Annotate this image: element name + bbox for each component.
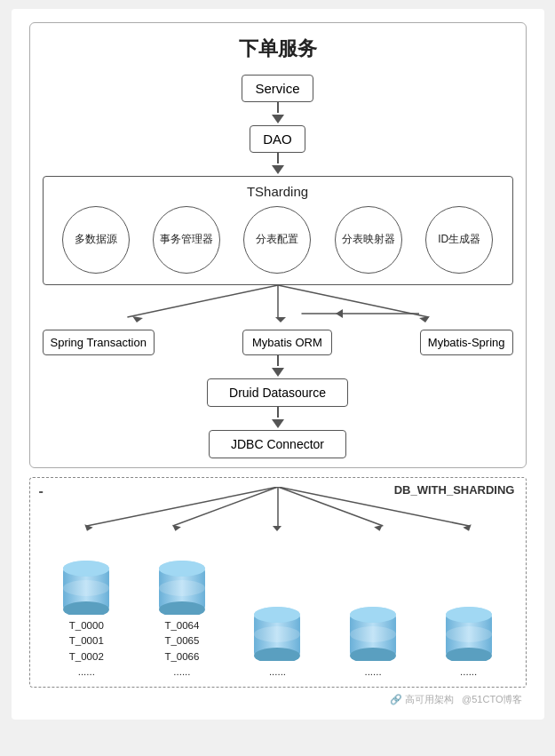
- svg-marker-13: [273, 526, 281, 531]
- db-cylinder-2: [250, 601, 304, 661]
- svg-point-32: [254, 607, 300, 623]
- svg-marker-11: [170, 525, 180, 532]
- druid-box: Druid Datasource: [207, 378, 348, 407]
- circle-1: 事务管理器: [153, 206, 220, 274]
- db-label-0: T_0000 T_0001 T_0002 ......: [69, 618, 104, 680]
- svg-point-36: [350, 626, 396, 642]
- circle-2: 分表配置: [243, 206, 311, 274]
- tsharding-block: TSharding 多数据源 事务管理器 分表配置 分表映射器 ID生成器: [43, 176, 513, 285]
- db-label-1: T_0064 T_0065 T_0066 ......: [164, 618, 199, 680]
- arrow-to-druid: [272, 355, 284, 378]
- db-item-0: T_0000 T_0001 T_0002 ......: [59, 554, 113, 680]
- svg-marker-7: [336, 309, 343, 318]
- svg-line-10: [172, 487, 277, 526]
- service-box: Service: [242, 75, 313, 102]
- arrow-down-4: [272, 419, 284, 428]
- db-label-4: ......: [460, 664, 477, 680]
- mybatis-arrow-container: [43, 300, 513, 327]
- jdbc-fan-svg: [39, 487, 517, 533]
- mybatis-spring-box: Mybatis-Spring: [420, 330, 513, 355]
- arrow-down-1: [272, 115, 284, 123]
- svg-line-16: [278, 487, 469, 526]
- arrow-line-2: [277, 153, 279, 163]
- three-col-row: Spring Transaction Mybatis ORM Mybatis-S…: [43, 330, 513, 355]
- db-item-4: ......: [442, 601, 496, 680]
- circle-3: 分表映射器: [335, 206, 402, 274]
- circle-4: ID生成器: [425, 206, 493, 274]
- svg-point-26: [159, 580, 205, 596]
- svg-point-31: [254, 626, 300, 642]
- db-label-2: ......: [269, 664, 286, 680]
- dao-box: DAO: [250, 125, 305, 153]
- db-cylinder-0: [59, 554, 113, 615]
- service-section: Service DAO TSharding 多数据源 事务管理器 分表配置: [43, 75, 513, 458]
- watermark-text: 🔗 高可用架构 @51CTO博客: [390, 694, 523, 704]
- db-cylinder-1: [155, 554, 209, 615]
- diagram-outer: 下单服务 Service DAO TSharding 多数据源 事务管理器: [29, 22, 527, 468]
- svg-point-21: [63, 580, 109, 596]
- tsharding-title: TSharding: [51, 184, 505, 199]
- db-item-2: ......: [250, 601, 304, 680]
- db-cylinder-3: [346, 601, 400, 661]
- mybatis-spring-col: Mybatis-Spring: [420, 330, 513, 355]
- svg-point-41: [446, 626, 492, 642]
- page-title: 下单服务: [43, 36, 513, 62]
- db-cylinder-4: [442, 601, 496, 661]
- arrow-line-1: [277, 102, 279, 113]
- svg-point-27: [159, 561, 205, 577]
- svg-line-14: [278, 487, 383, 526]
- db-item-1: T_0064 T_0065 T_0066 ......: [155, 554, 209, 680]
- arrow-down-2: [272, 165, 284, 174]
- jdbc-box: JDBC Connector: [209, 430, 346, 458]
- mybatis-arrow-svg: [43, 300, 513, 327]
- svg-point-22: [63, 561, 109, 577]
- arrow-line-4: [277, 407, 279, 418]
- db-label-3: ......: [364, 664, 381, 680]
- arrow-down-3: [272, 368, 284, 377]
- arrow-line-3: [277, 355, 279, 366]
- spring-transaction-box: Spring Transaction: [43, 330, 155, 355]
- mybatis-orm-box: Mybatis ORM: [242, 330, 332, 355]
- circle-0: 多数据源: [62, 206, 130, 274]
- svg-point-37: [350, 607, 396, 623]
- db-item-3: ......: [346, 601, 400, 680]
- db-row: T_0000 T_0001 T_0002 ...... T_0064 T_0: [39, 554, 517, 680]
- db-section: - DB_WITH_SHARDING: [29, 477, 527, 688]
- main-container: 下单服务 Service DAO TSharding 多数据源 事务管理器: [12, 9, 544, 720]
- jdbc-fan-arrows: [39, 487, 517, 533]
- circles-row: 多数据源 事务管理器 分表配置 分表映射器 ID生成器: [51, 206, 505, 274]
- spring-transaction-col: Spring Transaction: [43, 330, 155, 355]
- svg-line-8: [86, 487, 277, 526]
- watermark: 🔗 高可用架构 @51CTO博客: [29, 693, 527, 706]
- svg-point-42: [446, 607, 492, 623]
- mybatis-orm-col: Mybatis ORM: [242, 330, 332, 355]
